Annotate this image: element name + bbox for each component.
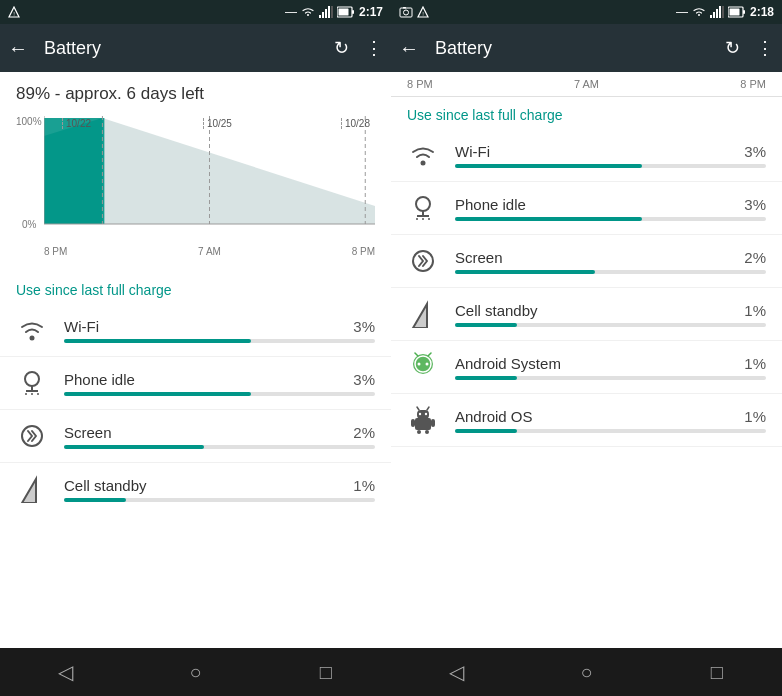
svg-rect-4	[325, 9, 327, 18]
screen-name: Screen	[64, 424, 112, 441]
phone-idle-content: Phone idle 3%	[64, 371, 375, 396]
timeline-8pm-end: 8 PM	[740, 78, 766, 90]
list-item[interactable]: Android System 1%	[391, 341, 782, 394]
right-phone-idle-progress-bg	[455, 217, 766, 221]
right-wifi-progress-bg	[455, 164, 766, 168]
list-item[interactable]: Screen 2%	[0, 410, 391, 463]
svg-rect-40	[729, 9, 739, 16]
svg-rect-12	[44, 118, 104, 224]
android-os-content: Android OS 1%	[455, 408, 766, 433]
right-more-button[interactable]: ⋮	[756, 37, 774, 59]
signal-icon	[319, 6, 333, 18]
svg-rect-58	[417, 410, 429, 419]
right-section-label: Use since last full charge	[391, 97, 782, 129]
list-item[interactable]: Screen 2%	[391, 235, 782, 288]
svg-rect-57	[415, 418, 431, 430]
right-cell-standby-progress-fill	[455, 323, 517, 327]
right-screen-icon	[407, 245, 439, 277]
screen-content: Screen 2%	[64, 424, 375, 449]
list-item[interactable]: Wi-Fi 3%	[391, 129, 782, 182]
list-item[interactable]: Android OS 1%	[391, 394, 782, 447]
left-refresh-button[interactable]: ↻	[334, 37, 349, 59]
svg-point-53	[426, 363, 429, 366]
svg-rect-33	[710, 15, 712, 18]
svg-rect-30	[403, 7, 406, 9]
x-label-8pm-start: 8 PM	[44, 246, 67, 257]
phone-idle-progress-fill	[64, 392, 251, 396]
battery-level-text: 89% - approx. 6 days left	[16, 84, 204, 103]
right-status-icons-left: !	[399, 6, 429, 18]
date-label-1025: 10/25	[203, 118, 232, 129]
right-screen-name: Screen	[455, 249, 503, 266]
list-item[interactable]: Cell standby 1%	[0, 463, 391, 515]
svg-point-52	[418, 363, 421, 366]
photo-icon	[399, 6, 413, 18]
right-phone-idle-progress-fill	[455, 217, 642, 221]
android-os-progress-bg	[455, 429, 766, 433]
right-back-nav[interactable]: ◁	[432, 648, 480, 696]
left-bottom-nav: ◁ ○ □	[0, 648, 391, 696]
svg-point-60	[425, 413, 427, 415]
screen-progress-fill	[64, 445, 204, 449]
screen-percent: 2%	[353, 424, 375, 441]
warning-icon: !	[8, 6, 20, 18]
left-section-label: Use since last full charge	[0, 272, 391, 304]
list-item[interactable]: Phone idle 3%	[391, 182, 782, 235]
wifi-percent: 3%	[353, 318, 375, 335]
svg-line-55	[428, 353, 431, 356]
right-screen-progress-bg	[455, 270, 766, 274]
svg-rect-63	[411, 419, 415, 427]
x-label-8pm-end: 8 PM	[352, 246, 375, 257]
list-item[interactable]: Cell standby 1%	[391, 288, 782, 341]
right-cell-signal-icon	[407, 298, 439, 330]
right-screen-content: Screen 2%	[455, 249, 766, 274]
wifi-icon	[16, 314, 48, 346]
android-os-progress-fill	[455, 429, 517, 433]
right-recents-nav[interactable]: □	[693, 648, 741, 696]
right-warning-icon: !	[417, 6, 429, 18]
screen-progress-bg	[64, 445, 375, 449]
right-wifi-percent: 3%	[744, 143, 766, 160]
chart-svg	[44, 116, 375, 226]
right-home-nav[interactable]: ○	[562, 648, 610, 696]
left-back-button[interactable]: ←	[8, 37, 28, 60]
left-back-nav[interactable]: ◁	[41, 648, 89, 696]
y-label-100: 100%	[16, 116, 42, 127]
svg-point-18	[30, 336, 35, 341]
svg-point-46	[422, 218, 424, 220]
svg-point-22	[25, 393, 27, 395]
right-screen-progress-fill	[455, 270, 595, 274]
phone-idle-name: Phone idle	[64, 371, 135, 388]
right-top-bar: ← Battery ↻ ⋮	[391, 24, 782, 72]
wifi-content: Wi-Fi 3%	[64, 318, 375, 343]
svg-point-24	[37, 393, 39, 395]
right-page-title: Battery	[435, 38, 709, 59]
svg-rect-36	[719, 6, 721, 18]
cell-signal-icon	[16, 473, 48, 505]
right-back-button[interactable]: ←	[399, 37, 419, 60]
svg-point-42	[416, 197, 430, 211]
right-phone-idle-name: Phone idle	[455, 196, 526, 213]
right-cell-standby-percent: 1%	[744, 302, 766, 319]
svg-text:!: !	[13, 11, 15, 17]
left-home-nav[interactable]: ○	[171, 648, 219, 696]
right-cell-standby-content: Cell standby 1%	[455, 302, 766, 327]
timeline-8pm-start: 8 PM	[407, 78, 433, 90]
svg-point-41	[421, 161, 426, 166]
svg-rect-39	[743, 10, 745, 14]
android-os-percent: 1%	[744, 408, 766, 425]
right-refresh-button[interactable]: ↻	[725, 37, 740, 59]
svg-point-19	[25, 372, 39, 386]
left-recents-nav[interactable]: □	[302, 648, 350, 696]
android-os-icon	[407, 404, 439, 436]
cell-standby-content: Cell standby 1%	[64, 477, 375, 502]
left-more-button[interactable]: ⋮	[365, 37, 383, 59]
svg-rect-34	[713, 12, 715, 18]
svg-rect-9	[338, 9, 348, 16]
x-labels: 8 PM 7 AM 8 PM	[16, 246, 375, 257]
list-item[interactable]: Wi-Fi 3%	[0, 304, 391, 357]
right-phone-idle-icon	[407, 192, 439, 224]
list-item[interactable]: Phone idle 3%	[0, 357, 391, 410]
left-status-time: 2:17	[359, 5, 383, 19]
date-label-1028: 10/28	[341, 118, 370, 129]
